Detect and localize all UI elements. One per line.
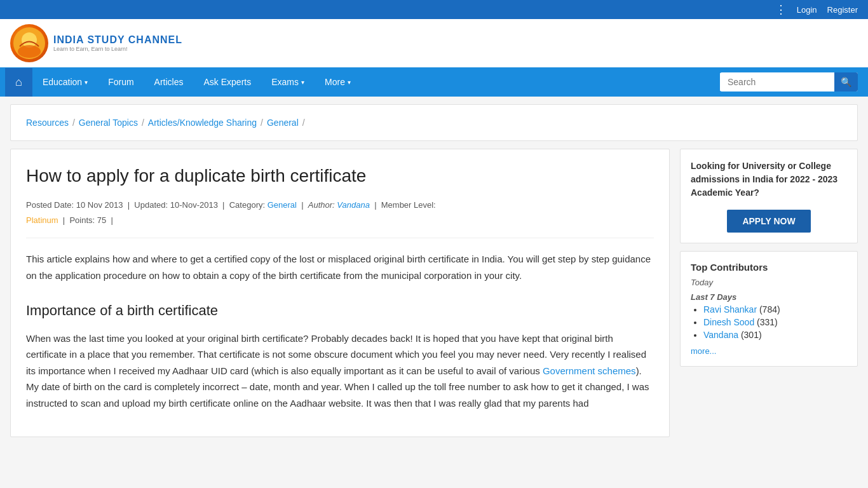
points-value: 75 — [97, 215, 106, 225]
breadcrumb-area: Resources/General Topics/Articles/Knowle… — [10, 104, 858, 141]
admissions-card: Looking for University or College admiss… — [680, 149, 858, 243]
logo-subtitle: Learn to Earn, Earn to Learn! — [53, 46, 182, 52]
breadcrumb: Resources/General Topics/Articles/Knowle… — [26, 118, 842, 128]
nav-item-articles[interactable]: Articles — [144, 68, 194, 96]
govt-schemes-link[interactable]: Government schemes — [543, 365, 636, 376]
logo-icon — [10, 24, 48, 62]
breadcrumb-separator: / — [261, 118, 263, 128]
apply-now-button[interactable]: APPLY NOW — [727, 210, 810, 233]
author-link[interactable]: Vandana — [337, 200, 370, 210]
member-level-link[interactable]: Platinum — [26, 215, 58, 225]
article-intro: This article explains how and where to g… — [26, 251, 654, 283]
contributors-card: Top Contributors Today Last 7 Days Ravi … — [680, 251, 858, 367]
nav-item-ask-experts[interactable]: Ask Experts — [194, 68, 262, 96]
share-icon[interactable] — [775, 3, 787, 17]
article-body: This article explains how and where to g… — [26, 251, 654, 411]
last7days-label: Last 7 Days — [691, 292, 847, 302]
author-label: Author: — [308, 200, 335, 210]
register-link[interactable]: Register — [827, 5, 858, 15]
search-input[interactable] — [720, 73, 834, 91]
login-link[interactable]: Login — [797, 5, 817, 15]
breadcrumb-separator: / — [72, 118, 75, 128]
sidebar: Looking for University or College admiss… — [680, 149, 858, 437]
nav-item-more[interactable]: More — [315, 68, 361, 96]
breadcrumb-item-0[interactable]: Resources — [26, 118, 69, 128]
nav-item-education[interactable]: Education — [32, 68, 98, 96]
section1-body: When was the last time you looked at you… — [26, 330, 654, 412]
contributor-item: Ravi Shankar (784) — [703, 304, 847, 315]
nav-item-forum[interactable]: Forum — [98, 68, 144, 96]
navigation: ⌂ EducationForumArticlesAsk ExpertsExams… — [0, 67, 868, 97]
search-button[interactable]: 🔍 — [834, 72, 858, 92]
svg-point-2 — [18, 45, 41, 58]
updated-date: 10-Nov-2013 — [170, 200, 218, 210]
header: INDIA STUDY CHANNEL Learn to Earn, Earn … — [0, 19, 868, 67]
top-bar: Login Register — [0, 0, 868, 19]
breadcrumb-item-1[interactable]: General Topics — [79, 118, 138, 128]
contributor-item: Dinesh Sood (331) — [703, 317, 847, 327]
member-level-label: Member Level: — [381, 200, 436, 210]
contributors-title: Top Contributors — [691, 262, 847, 273]
points-label: Points: — [69, 215, 95, 225]
article-container: How to apply for a duplicate birth certi… — [10, 149, 670, 437]
contributor-item: Vandana (301) — [703, 330, 847, 340]
breadcrumb-separator: / — [142, 118, 144, 128]
posted-date-label: Posted Date: — [26, 200, 74, 210]
nav-item-exams[interactable]: Exams — [261, 68, 315, 96]
search-box: 🔍 — [720, 72, 858, 92]
logo-text: INDIA STUDY CHANNEL Learn to Earn, Earn … — [53, 34, 182, 52]
article-title: How to apply for a duplicate birth certi… — [26, 165, 654, 187]
breadcrumb-item-2[interactable]: Articles/Knowledge Sharing — [148, 118, 257, 128]
contributor-link[interactable]: Vandana — [703, 330, 738, 340]
logo-title: INDIA STUDY CHANNEL — [53, 34, 182, 46]
admissions-text: Looking for University or College admiss… — [691, 159, 847, 200]
home-nav-item[interactable]: ⌂ — [5, 68, 32, 97]
category-label: Category: — [229, 200, 265, 210]
main-layout: How to apply for a duplicate birth certi… — [10, 149, 858, 437]
today-label: Today — [691, 278, 847, 287]
section1-title: Importance of a birth certificate — [26, 299, 654, 322]
more-link[interactable]: more... — [691, 346, 847, 356]
logo[interactable]: INDIA STUDY CHANNEL Learn to Earn, Earn … — [10, 24, 182, 62]
contributors-list: Ravi Shankar (784)Dinesh Sood (331)Vanda… — [691, 304, 847, 340]
category-link[interactable]: General — [268, 200, 297, 210]
breadcrumb-item-3[interactable]: General — [267, 118, 299, 128]
contributor-link[interactable]: Ravi Shankar — [703, 304, 757, 315]
breadcrumb-separator: / — [302, 118, 305, 128]
posted-date: 10 Nov 2013 — [76, 200, 123, 210]
article-meta: Posted Date: 10 Nov 2013 | Updated: 10-N… — [26, 198, 654, 238]
contributor-link[interactable]: Dinesh Sood — [703, 317, 754, 327]
updated-label: Updated: — [134, 200, 168, 210]
